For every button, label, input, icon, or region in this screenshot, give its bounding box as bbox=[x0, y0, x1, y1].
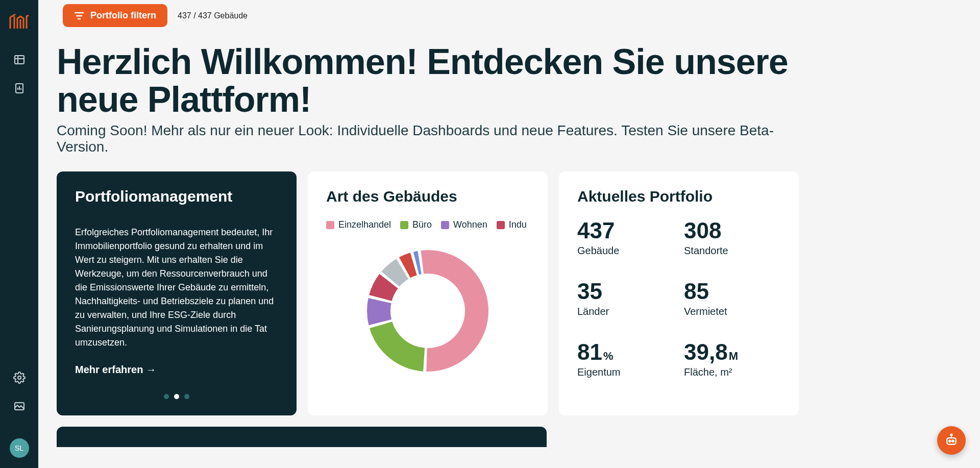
learn-more-link[interactable]: Mehr erfahren → bbox=[75, 364, 156, 376]
report-icon[interactable] bbox=[13, 82, 26, 95]
card-title: Art des Gebäudes bbox=[326, 188, 529, 205]
robot-icon bbox=[944, 433, 959, 448]
legend-item: Wohnen bbox=[441, 219, 487, 230]
table-icon[interactable] bbox=[13, 53, 26, 66]
carousel-dot[interactable] bbox=[184, 394, 189, 399]
stat-label: Fläche, m² bbox=[684, 366, 780, 378]
building-count: 437 / 437 Gebäude bbox=[178, 11, 248, 20]
topbar: Portfolio filtern 437 / 437 Gebäude bbox=[57, 0, 811, 43]
avatar-initials: SL bbox=[15, 444, 23, 452]
legend-swatch bbox=[497, 221, 505, 229]
card-current-portfolio: Aktuelles Portfolio 437Gebäude308Standor… bbox=[559, 171, 799, 415]
legend-label: Wohnen bbox=[453, 219, 487, 230]
chatbot-button[interactable] bbox=[937, 426, 966, 455]
svg-point-14 bbox=[952, 440, 954, 442]
donut-slice[interactable] bbox=[369, 321, 425, 372]
main-content: Portfolio filtern 437 / 437 Gebäude Herz… bbox=[38, 0, 980, 468]
svg-rect-0 bbox=[15, 56, 24, 64]
next-card-peek bbox=[57, 427, 547, 447]
legend-label: Indu bbox=[509, 219, 527, 230]
stat-value: 81% bbox=[577, 341, 674, 363]
stat-label: Standorte bbox=[684, 245, 780, 257]
svg-point-16 bbox=[951, 434, 952, 435]
legend-item: Einzelhandel bbox=[326, 219, 391, 230]
stat-item: 437Gebäude bbox=[577, 219, 674, 257]
donut-slice[interactable] bbox=[366, 298, 392, 326]
donut-chart bbox=[326, 244, 529, 377]
stat-value: 39,8M bbox=[684, 341, 780, 363]
sidebar: SL bbox=[0, 0, 38, 468]
carousel-dot[interactable] bbox=[164, 394, 169, 399]
legend-item: Büro bbox=[400, 219, 432, 230]
legend-item: Indu bbox=[497, 219, 527, 230]
stat-value: 308 bbox=[684, 219, 780, 242]
stat-label: Länder bbox=[577, 306, 674, 317]
stat-item: 39,8MFläche, m² bbox=[684, 341, 780, 378]
legend-swatch bbox=[400, 221, 408, 229]
stat-item: 35Länder bbox=[577, 280, 674, 317]
stat-label: Eigentum bbox=[577, 366, 674, 378]
filter-icon bbox=[74, 11, 84, 20]
card-portfolio-management: Portfoliomanagement Erfolgreiches Portfo… bbox=[57, 171, 297, 415]
page-headline: Herzlich Willkommen! Entdecken Sie unser… bbox=[57, 43, 811, 118]
cards-grid: Portfoliomanagement Erfolgreiches Portfo… bbox=[57, 171, 811, 415]
legend-swatch bbox=[326, 221, 334, 229]
image-icon[interactable] bbox=[13, 400, 26, 413]
stat-value: 85 bbox=[684, 280, 780, 303]
avatar[interactable]: SL bbox=[10, 438, 29, 458]
legend-label: Büro bbox=[412, 219, 432, 230]
stat-value: 35 bbox=[577, 280, 674, 303]
filter-button[interactable]: Portfolio filtern bbox=[63, 4, 167, 27]
svg-point-7 bbox=[18, 376, 21, 379]
stat-label: Gebäude bbox=[577, 245, 674, 257]
stat-label: Vermietet bbox=[684, 306, 780, 317]
stats-grid: 437Gebäude308Standorte35Länder85Vermiete… bbox=[577, 219, 780, 378]
svg-rect-12 bbox=[947, 438, 956, 445]
stat-item: 81%Eigentum bbox=[577, 341, 674, 378]
legend-label: Einzelhandel bbox=[338, 219, 391, 230]
filter-button-label: Portfolio filtern bbox=[90, 10, 156, 21]
stat-unit: % bbox=[603, 350, 614, 362]
brand-logo bbox=[8, 10, 31, 33]
card-body: Erfolgreiches Portfoliomanagement bedeut… bbox=[75, 226, 278, 350]
legend-swatch bbox=[441, 221, 449, 229]
card-building-type: Art des Gebäudes Einzelhandel Büro Wohne… bbox=[308, 171, 548, 415]
stat-item: 308Standorte bbox=[684, 219, 780, 257]
page-subheadline: Coming Soon! Mehr als nur ein neuer Look… bbox=[57, 122, 811, 155]
settings-icon[interactable] bbox=[13, 371, 26, 384]
card-title: Portfoliomanagement bbox=[75, 188, 278, 205]
stat-value: 437 bbox=[577, 219, 674, 242]
carousel-dots bbox=[75, 394, 278, 399]
svg-point-13 bbox=[949, 440, 951, 442]
legend: Einzelhandel Büro Wohnen Indu ◀ 1/5 ▶ bbox=[326, 219, 529, 230]
stat-unit: M bbox=[729, 350, 738, 362]
carousel-dot[interactable] bbox=[174, 394, 179, 399]
stat-item: 85Vermietet bbox=[684, 280, 780, 317]
donut-slice[interactable] bbox=[420, 250, 489, 372]
card-title: Aktuelles Portfolio bbox=[577, 188, 780, 205]
